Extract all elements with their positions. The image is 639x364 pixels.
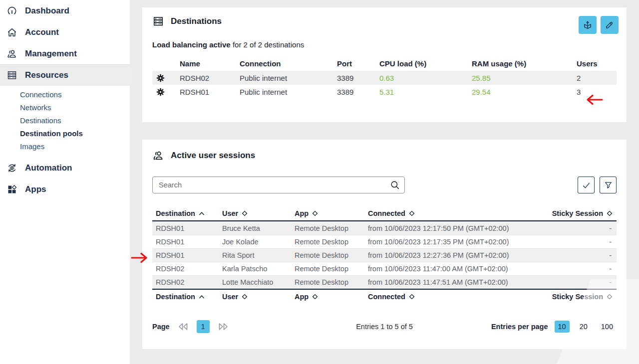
- sort-diamond-icon: [242, 294, 248, 300]
- row-settings-button[interactable]: [152, 74, 180, 82]
- resources-subnav: Connections Networks Destinations Destin…: [0, 86, 130, 157]
- search-icon[interactable]: [389, 180, 400, 190]
- destinations-table-header: Name Connection Port CPU load (%) RAM us…: [152, 56, 617, 71]
- cell-ram: 25.85: [472, 74, 577, 82]
- session-row[interactable]: RDSH02 Lotte Macchiato Remote Desktop fr…: [152, 275, 617, 289]
- double-chevron-left-icon: [178, 323, 189, 331]
- first-page-button[interactable]: [178, 323, 189, 331]
- cell-users: 3: [577, 88, 617, 96]
- sort-header-user[interactable]: User: [222, 209, 295, 217]
- col-header-name: Name: [180, 59, 240, 68]
- sort-asc-icon: [199, 211, 205, 216]
- cell-users: 2: [577, 74, 617, 82]
- sidebar-item-destination-pools[interactable]: Destination pools: [0, 127, 130, 140]
- last-page-button[interactable]: [218, 323, 229, 331]
- filter-button[interactable]: [600, 177, 617, 193]
- sessions-table-body: RDSH01 Bruce Ketta Remote Desktop from 1…: [152, 220, 617, 290]
- page-label: Page: [152, 323, 170, 331]
- edit-button[interactable]: [601, 16, 619, 34]
- cell-connected: from 10/06/2023 11:47:51 AM (GMT+02:00): [368, 278, 542, 286]
- cell-sticky-session: -: [542, 278, 617, 286]
- cell-user: Karla Patscho: [222, 265, 295, 273]
- sidebar-item-apps[interactable]: Apps: [0, 179, 130, 200]
- sort-header-connected[interactable]: Connected: [368, 209, 542, 217]
- page-size-100-button[interactable]: 100: [598, 321, 617, 333]
- page-title: Active user sessions: [171, 151, 255, 161]
- sort-header-connected[interactable]: Connected: [368, 293, 542, 301]
- sidebar-item-resources[interactable]: Resources: [0, 64, 130, 86]
- sidebar-item-connections[interactable]: Connections: [0, 88, 130, 101]
- sessions-table-header: Destination User App Connected Sticky Se…: [152, 206, 617, 220]
- page-size-10-button[interactable]: 10: [555, 321, 570, 333]
- export-button[interactable]: [579, 16, 597, 34]
- sidebar-item-networks[interactable]: Networks: [0, 101, 130, 114]
- status-bold-text: Load balancing active: [152, 40, 231, 49]
- cell-app: Remote Desktop: [295, 278, 368, 286]
- sessions-card-title: Active user sessions: [152, 150, 617, 162]
- page-title: Destinations: [171, 16, 222, 26]
- sort-diamond-icon: [242, 210, 248, 216]
- pencil-icon: [605, 20, 615, 30]
- sidebar-item-dashboard[interactable]: Dashboard: [0, 0, 130, 21]
- sidebar-item-automation[interactable]: Automation: [0, 157, 130, 179]
- sort-header-app[interactable]: App: [295, 293, 368, 301]
- page-size-20-button[interactable]: 20: [576, 321, 591, 333]
- cell-user: Rita Sport: [222, 251, 295, 259]
- sidebar: Dashboard Account Management Resources C…: [0, 0, 130, 364]
- apps-icon: [6, 184, 17, 195]
- sidebar-item-label: Account: [25, 27, 59, 37]
- cell-app: Remote Desktop: [295, 224, 368, 232]
- cell-connected: from 10/06/2023 12:17:35 PM (GMT+02:00): [368, 238, 542, 246]
- cell-connection: Public internet: [240, 74, 337, 82]
- filter-icon: [604, 181, 613, 190]
- destinations-card-title: Destinations: [152, 15, 617, 27]
- search-row: [152, 177, 617, 193]
- users-icon: [152, 150, 164, 162]
- cell-sticky-session: -: [542, 224, 617, 232]
- sessions-table: Destination User App Connected Sticky Se…: [152, 206, 617, 304]
- sidebar-item-account[interactable]: Account: [0, 21, 130, 43]
- sort-header-destination[interactable]: Destination: [156, 293, 222, 301]
- sort-header-destination[interactable]: Destination: [156, 209, 222, 217]
- sort-header-sticky-session[interactable]: Sticky Session: [542, 209, 617, 217]
- session-row[interactable]: RDSH02 Karla Patscho Remote Desktop from…: [152, 262, 617, 275]
- cell-app: Remote Desktop: [295, 251, 368, 259]
- sort-header-sticky-session[interactable]: Sticky Session: [542, 293, 617, 301]
- automation-icon: [6, 163, 17, 174]
- sort-diamond-icon: [607, 294, 613, 300]
- cell-connection: Public internet: [240, 88, 337, 96]
- sort-diamond-icon: [409, 294, 415, 300]
- cell-sticky-session: -: [542, 265, 617, 273]
- session-row[interactable]: RDSH01 Joe Kolade Remote Desktop from 10…: [152, 235, 617, 248]
- col-header-cpu: CPU load (%): [379, 59, 472, 68]
- search-input[interactable]: [152, 177, 405, 193]
- col-header-port: Port: [337, 59, 379, 68]
- sidebar-item-label: Resources: [25, 70, 68, 80]
- users-icon: [6, 48, 17, 59]
- sidebar-item-management[interactable]: Management: [0, 43, 130, 64]
- destinations-actions: [579, 16, 619, 34]
- session-row[interactable]: RDSH01 Bruce Ketta Remote Desktop from 1…: [152, 221, 617, 235]
- sort-header-user[interactable]: User: [222, 293, 295, 301]
- gear-icon: [156, 88, 165, 96]
- cell-port: 3389: [337, 74, 379, 82]
- pagination: Entries 1 to 5 of 5 Page 1 Entries per p…: [152, 320, 617, 334]
- row-settings-button[interactable]: [152, 88, 180, 96]
- page-number-button[interactable]: 1: [197, 320, 210, 333]
- session-row[interactable]: RDSH01 Rita Sport Remote Desktop from 10…: [152, 248, 617, 262]
- col-header-users: Users: [577, 59, 617, 68]
- col-header-ram: RAM usage (%): [472, 59, 577, 68]
- sidebar-item-images[interactable]: Images: [0, 140, 130, 153]
- status-rest-text: for 2 of 2 destinations: [231, 40, 305, 49]
- sort-header-app[interactable]: App: [295, 209, 368, 217]
- table-row: RDSH02 Public internet 3389 0.63 25.85 2: [152, 71, 617, 85]
- select-button[interactable]: [578, 177, 595, 193]
- sort-diamond-icon: [312, 294, 318, 300]
- gear-icon: [156, 74, 165, 82]
- sidebar-item-destinations[interactable]: Destinations: [0, 114, 130, 127]
- sort-diamond-icon: [409, 210, 415, 216]
- entries-per-page-label: Entries per page: [491, 323, 548, 331]
- sidebar-item-label: Apps: [25, 184, 46, 194]
- cell-ram: 29.54: [472, 88, 577, 96]
- server-icon: [6, 70, 17, 81]
